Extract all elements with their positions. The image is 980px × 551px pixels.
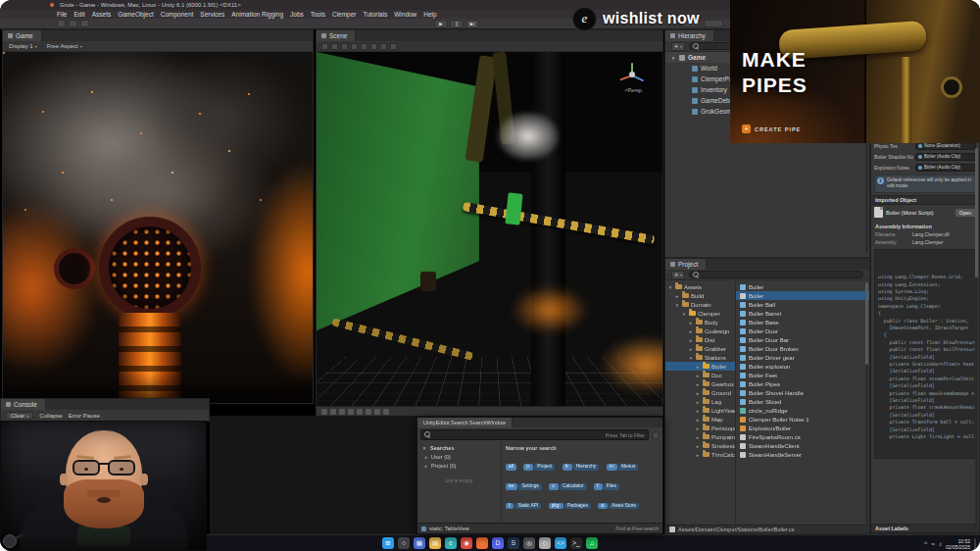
menu-item[interactable]: Animation Rigging (231, 11, 283, 18)
asset-row[interactable]: FireSparksRoom.cs (736, 432, 869, 441)
folder-row[interactable]: ▸ Dist (665, 335, 735, 344)
taskbar-clock[interactable]: 10:52 02/05/2025 (946, 538, 970, 550)
folder-row[interactable]: ▸ Body (665, 318, 735, 326)
search-filter-pill[interactable]: se: Settings (506, 483, 542, 490)
tab-console[interactable]: Console (1, 399, 46, 410)
open-script-button[interactable]: Open (955, 208, 976, 218)
asset-row[interactable]: Boiler Door (736, 326, 869, 335)
folder-row[interactable]: ▸ Pumpatron (665, 432, 735, 441)
menu-item[interactable]: Tutorials (364, 11, 388, 18)
pause-button[interactable]: || (450, 20, 464, 28)
cloud-icon[interactable] (69, 20, 77, 27)
asset-row[interactable]: Boiler Driver gear (736, 353, 869, 362)
menu-item[interactable]: Services (200, 11, 224, 18)
rotate-tool-icon[interactable] (331, 43, 338, 50)
folder-row[interactable]: ▾ Domain (665, 300, 735, 309)
search-group-row[interactable]: ▸ User (0) (417, 452, 501, 461)
asset-row[interactable]: Boiler Door Broken (736, 344, 869, 353)
effects-icon[interactable] (366, 409, 371, 415)
asset-row[interactable]: Boiler (736, 282, 869, 291)
search-filter-pill[interactable]: m: Menus (607, 464, 639, 471)
perspective-label[interactable]: <Persp (613, 87, 653, 93)
tab-game[interactable]: Game (3, 30, 42, 41)
move-tool-icon[interactable] (321, 43, 328, 50)
folder-row[interactable]: ▾ Stations (665, 353, 735, 362)
scrollbar-thumb[interactable] (975, 148, 978, 277)
search-field[interactable]: Press Tab to Filter (420, 429, 649, 440)
scale-tool-icon[interactable] (341, 43, 348, 50)
collapse-toggle[interactable]: Collapse (39, 413, 62, 419)
saved-search-item[interactable]: static: TableView (421, 526, 469, 531)
search-filter-pill[interactable]: h: Hierarchy (563, 464, 600, 471)
step-button[interactable]: ▶| (466, 20, 479, 28)
scrollbar-thumb[interactable] (865, 282, 868, 365)
taskbar-app-icon[interactable]: ○ (398, 537, 410, 549)
grid-toggle-icon[interactable] (361, 43, 368, 50)
foldout-arrow-icon[interactable]: ▸ (688, 346, 694, 352)
menu-item[interactable]: Clemper (332, 11, 357, 18)
audio-icon[interactable] (357, 409, 363, 415)
search-filter-pill[interactable]: all (506, 464, 516, 471)
taskbar-app-icon[interactable]: D (492, 537, 504, 549)
search-settings-icon[interactable] (652, 431, 660, 439)
taskbar-app-icon[interactable]: ▦ (414, 537, 425, 549)
foldout-arrow-icon[interactable]: ▸ (688, 320, 694, 326)
inspector-scrollbar[interactable] (975, 148, 978, 529)
folder-row[interactable]: ▸ Grabber (665, 344, 735, 353)
folder-row[interactable]: ▸ Lag (665, 397, 735, 406)
object-reference-field[interactable]: Boiler (Audio Clip) (915, 153, 976, 161)
project-scrollbar[interactable] (865, 282, 868, 524)
taskbar-app-icon[interactable]: ▤ (429, 537, 441, 549)
search-filter-pill[interactable]: p: Project (523, 464, 555, 471)
asset-row[interactable]: Boiler Feet (736, 371, 869, 379)
orientation-gizmo[interactable]: <Persp (613, 60, 653, 103)
foldout-arrow-icon[interactable]: ▸ (695, 408, 701, 414)
folder-row[interactable]: ▸ Smokestack (665, 441, 735, 450)
asset-row[interactable]: Boiler Pipes (736, 379, 869, 388)
layout-dropdown[interactable] (704, 20, 723, 27)
foldout-arrow-icon[interactable]: ▾ (674, 302, 680, 308)
search-filter-pill[interactable]: pkg: Packages (549, 503, 591, 510)
foldout-arrow-icon[interactable]: ▸ (695, 426, 701, 431)
scene-viewport[interactable]: <Persp (317, 52, 662, 406)
lighting-toggle-icon[interactable] (380, 43, 387, 50)
foldout-arrow-icon[interactable]: ▸ (695, 390, 701, 396)
asset-row[interactable]: Clemper Boiler Noise 1 (736, 415, 869, 424)
folder-row[interactable]: ▸ Doc (665, 371, 735, 379)
tab-project[interactable]: Project (665, 259, 707, 270)
folder-row[interactable]: ▸ Gearbox (665, 379, 735, 388)
grid-icon[interactable] (383, 409, 389, 415)
audio-toggle-icon[interactable] (370, 43, 377, 50)
menu-item[interactable]: Component (161, 11, 194, 18)
search-filter-pill[interactable]: a: Asset Store (598, 503, 639, 510)
foldout-arrow-icon[interactable]: ▸ (695, 434, 701, 440)
taskbar-app-icon[interactable]: ⊞ (382, 537, 394, 549)
asset-row[interactable]: SteamHandleServer (736, 450, 869, 459)
search-filter-pill[interactable]: l: Static API (506, 503, 541, 510)
asset-row[interactable]: Boiler Shovel Handle (736, 388, 869, 397)
asset-row[interactable]: Explosion/Boiler (736, 424, 869, 432)
foldout-arrow-icon[interactable]: ▸ (695, 417, 701, 423)
foldout-arrow-icon[interactable]: ▸ (688, 337, 694, 343)
menu-item[interactable]: Jobs (290, 11, 304, 18)
foldout-arrow-icon[interactable]: ▸ (695, 364, 701, 370)
hidden-objects-icon[interactable] (374, 409, 380, 415)
foldout-arrow-icon[interactable]: ▸ (695, 443, 701, 449)
foldout-arrow-icon[interactable]: ▸ (695, 399, 701, 405)
account-icon[interactable] (57, 20, 66, 27)
asset-row[interactable]: Boiler Ball (736, 300, 869, 309)
camera-icon[interactable] (321, 409, 327, 415)
asset-row[interactable]: Boiler explosion (736, 362, 869, 371)
taskbar-app-icon[interactable]: ◇ (539, 537, 551, 549)
foldout-arrow-icon[interactable]: ▸ (695, 452, 701, 458)
foldout-arrow-icon[interactable]: ▸ (674, 293, 680, 299)
menu-item[interactable]: Tools (311, 11, 325, 18)
menu-item[interactable]: GameObject (118, 11, 154, 18)
create-object-button[interactable]: + (671, 42, 685, 51)
tray-chevron-icon[interactable]: ^ (924, 540, 927, 547)
shaded-mode-icon[interactable] (330, 409, 336, 415)
create-asset-button[interactable]: + (671, 271, 685, 279)
asset-row[interactable]: Boiler Base (736, 318, 869, 326)
menu-item[interactable]: Edit (74, 11, 84, 18)
display-dropdown[interactable]: Display 1 (9, 43, 37, 49)
